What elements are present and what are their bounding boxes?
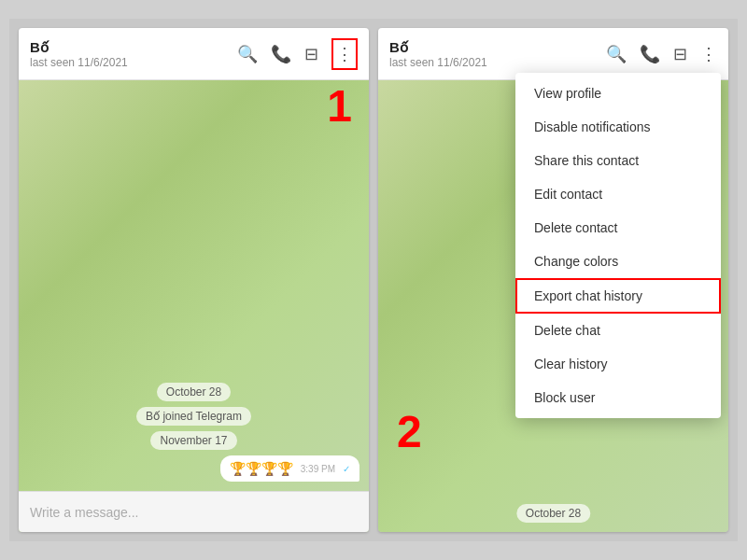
left-chat-panel: Bố last seen 11/6/2021 🔍 📞 ⊟ ⋮ October 2… [19,28,369,532]
left-header-icons: 🔍 📞 ⊟ ⋮ [237,38,358,70]
message-check: ✓ [343,464,350,474]
menu-item-block-user[interactable]: Block user [515,381,721,414]
right-system-oct28: October 28 [516,504,590,523]
left-messages-list: October 28 Bố joined Telegram November 1… [19,80,369,491]
system-message-joined: Bố joined Telegram [136,407,251,426]
left-contact-status: last seen 11/6/2021 [30,56,237,69]
left-call-icon[interactable]: 📞 [271,44,291,64]
menu-item-export-chat-history[interactable]: Export chat history [515,278,721,314]
system-message-nov17: November 17 [150,431,236,450]
left-chat-header: Bố last seen 11/6/2021 🔍 📞 ⊟ ⋮ [19,28,369,80]
message-bubble: 🏆🏆🏆🏆 3:39 PM ✓ [220,455,359,482]
left-contact-name: Bố [30,39,237,56]
menu-item-view-profile[interactable]: View profile [515,77,721,110]
right-header-icons: 🔍 📞 ⊟ ⋮ [606,44,717,64]
step-1-label: 1 [327,80,352,132]
right-more-button[interactable]: ⋮ [700,44,717,64]
message-text: 🏆🏆🏆🏆 [230,461,293,476]
menu-item-delete-contact[interactable]: Delete contact [515,211,721,245]
message-time: 3:39 PM [301,464,335,474]
menu-item-share-contact[interactable]: Share this contact [515,144,721,177]
right-columns-icon[interactable]: ⊟ [673,44,687,64]
menu-item-edit-contact[interactable]: Edit contact [515,177,721,211]
context-menu: View profile Disable notifications Share… [515,73,721,418]
left-columns-icon[interactable]: ⊟ [304,44,318,64]
left-chat-background: October 28 Bố joined Telegram November 1… [19,80,369,532]
left-input-bar: Write a message... [19,491,369,532]
menu-item-clear-history[interactable]: Clear history [515,347,721,381]
system-message-oct28: October 28 [157,383,231,401]
right-bottom-system-msg: October 28 [516,504,590,523]
right-contact-name: Bố [389,39,606,56]
right-call-icon[interactable]: 📞 [640,44,660,64]
right-search-icon[interactable]: 🔍 [606,44,627,64]
left-search-icon[interactable]: 🔍 [237,44,258,64]
right-header-info: Bố last seen 11/6/2021 [389,39,606,69]
menu-item-change-colors[interactable]: Change colors [515,245,721,278]
right-chat-panel: Bố last seen 11/6/2021 🔍 📞 ⊟ ⋮ October 2… [378,28,728,532]
menu-item-delete-chat[interactable]: Delete chat [515,314,721,347]
left-more-icon: ⋮ [336,44,353,64]
step-2-label: 2 [397,406,422,457]
left-more-button[interactable]: ⋮ [331,38,358,70]
menu-item-disable-notifications[interactable]: Disable notifications [515,110,721,144]
message-input[interactable]: Write a message... [30,505,358,520]
left-header-info: Bố last seen 11/6/2021 [30,39,237,69]
right-contact-status: last seen 11/6/2021 [389,56,606,69]
